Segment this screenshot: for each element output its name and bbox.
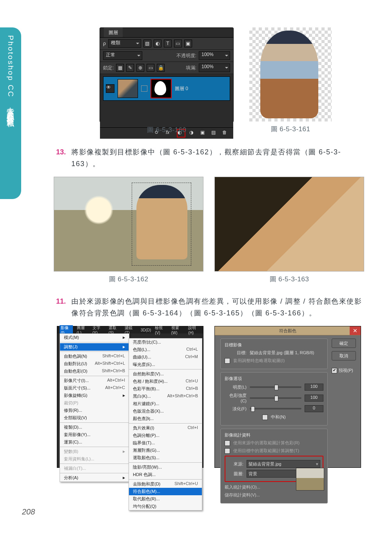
image-menu-item[interactable]: 運算(C)... [60, 438, 129, 446]
image-menu-item[interactable]: 自動色彩(O)Shift+Ctrl+B [60, 368, 129, 375]
adjust-submenu-item[interactable]: 顏色查詢... [129, 415, 202, 422]
lock-position-icon[interactable]: ⊕ [136, 64, 144, 72]
adjust-submenu-item[interactable]: 臨界值(T)... [129, 439, 202, 447]
figure-163-zoom: 圖 6-5-3-163 [214, 177, 364, 284]
image-menu-main[interactable]: 模式(M)調整(J)自動色調(N)Shift+Ctrl+L自動對比(U)Alt+… [60, 333, 129, 482]
image-menu-item[interactable]: 影像尺寸(I)...Alt+Ctrl+I [60, 377, 129, 384]
luminance-value[interactable]: 100 [305, 384, 323, 391]
image-menu-item: 裁切(P) [60, 399, 129, 407]
lock-all-icon[interactable]: 🔒 [157, 64, 165, 72]
image-menu-item: 套用資料集(L)... [60, 455, 129, 463]
save-stats-button[interactable]: 儲存統計資料(V)... [225, 492, 260, 498]
lock-artboard-icon[interactable]: ▭ [147, 64, 154, 72]
layer-item-0[interactable]: 👁 圖層 0 [103, 76, 230, 101]
adjust-submenu-item[interactable]: 去除飽和度(D)Shift+Ctrl+U [129, 480, 202, 488]
adjust-submenu-item[interactable]: 取代顏色(R)... [129, 495, 202, 503]
adjust-submenu-item[interactable]: HDR 色調... [129, 471, 202, 478]
image-menu-item: 變數(B) [60, 448, 129, 455]
image-menu-item[interactable]: 套用影像(Y)... [60, 431, 129, 438]
neutralize-label: 中和(N) [271, 414, 285, 420]
filter-pixel-icon[interactable]: ▧ [143, 40, 151, 47]
adjust-submenu-item[interactable]: 色調分離(P)... [129, 432, 202, 439]
image-menu-item[interactable]: 自動對比(U)Alt+Shift+Ctrl+L [60, 360, 129, 368]
image-menu-item[interactable]: 修剪(R)... [60, 407, 129, 414]
adjust-submenu-item[interactable]: 色相 / 飽和度(H)...Ctrl+U [129, 378, 202, 385]
lock-transparent-icon[interactable]: ▦ [116, 64, 124, 72]
stats-preview-thumbnail [296, 468, 324, 491]
filter-rho-icon: ρ [103, 41, 106, 46]
adjust-submenu-item[interactable]: 自然飽和度(V)... [129, 370, 202, 378]
image-menu-item[interactable]: 影像旋轉(G) [60, 392, 129, 399]
image-menu-item[interactable]: 全部顯現(V) [60, 414, 129, 422]
adjust-submenu-item[interactable]: 陰影/亮部(W)... [129, 464, 202, 471]
neutralize-checkbox[interactable] [262, 415, 268, 420]
dialog-close-button[interactable]: ✕ [350, 326, 361, 335]
image-menu-item[interactable]: 模式(M) [60, 334, 129, 341]
blend-mode-select[interactable]: 正常 [103, 51, 142, 60]
image-menu-item[interactable]: 調整(J) [60, 343, 129, 351]
adjust-submenu-item[interactable]: 符合顏色(M)... [129, 488, 202, 495]
fade-value[interactable]: 0 [305, 405, 323, 412]
menubar-item[interactable]: 3D(D) [141, 328, 151, 332]
adjust-submenu-item[interactable]: 均勻分配(Q) [129, 503, 202, 510]
source-dropdown[interactable]: 髮絲去背背景.jpg [247, 460, 320, 468]
delete-layer-icon[interactable]: 🗑 [222, 130, 229, 137]
intensity-slider[interactable] [250, 397, 301, 399]
layer-mask-thumb[interactable] [151, 79, 172, 98]
menubar-item[interactable]: 說明(H) [188, 325, 201, 335]
adjust-submenu-item[interactable]: 漸層對應(G)... [129, 447, 202, 454]
cutout-thumbnail [249, 27, 332, 121]
step-number-13: 13. [55, 146, 66, 170]
layer-visibility-toggle[interactable]: 👁 [106, 84, 114, 93]
adjust-submenu-item[interactable]: 黑白(K)...Alt+Shift+Ctrl+B [129, 393, 202, 400]
image-menu-item[interactable]: 自動色調(N)Shift+Ctrl+L [60, 353, 129, 360]
filter-adjust-icon[interactable]: ◐ [154, 40, 162, 47]
person-silhouette [260, 31, 318, 118]
intensity-value[interactable]: 100 [305, 395, 323, 402]
adjust-submenu-item[interactable]: 曲線(U)...Ctrl+M [129, 353, 202, 361]
layer-kind-filter[interactable]: 種類 [108, 39, 141, 48]
preview-checkbox[interactable] [332, 368, 337, 373]
new-layer-icon[interactable]: ▤ [211, 130, 218, 137]
image-adjust-submenu[interactable]: 亮度/對比(C)...色階(L)...Ctrl+L曲線(U)...Ctrl+M曝… [129, 338, 202, 511]
dialog-title: 符合顏色 [279, 328, 296, 334]
intensity-label: 色彩強度(C) [225, 393, 247, 403]
cancel-button[interactable]: 取消 [332, 351, 356, 360]
image-menu-item[interactable]: 複製(D)... [60, 424, 129, 431]
menubar-item[interactable]: 視窗(W) [171, 325, 185, 335]
opacity-value[interactable]: 100% [199, 51, 230, 60]
layer-link-icon[interactable] [141, 85, 147, 92]
image-menu-item[interactable]: 分析(A) [60, 474, 129, 482]
new-group-icon[interactable]: ▣ [200, 130, 207, 137]
adjust-submenu-item[interactable]: 選取顏色(S)... [129, 454, 202, 462]
adjust-submenu-item[interactable]: 負片效果(I)Ctrl+I [129, 424, 202, 432]
adjust-submenu-item[interactable]: 色階(L)...Ctrl+L [129, 346, 202, 353]
filter-shape-icon[interactable]: ▭ [174, 40, 182, 47]
lock-pixels-icon[interactable]: ✎ [126, 64, 134, 72]
layers-tab[interactable]: 圖層 [104, 28, 123, 37]
adjust-submenu-item[interactable]: 色版混合器(X)... [129, 407, 202, 415]
menubar-item[interactable]: 檢視(V) [155, 325, 167, 335]
filter-smart-icon[interactable]: ▣ [184, 40, 192, 47]
adjust-submenu-item[interactable]: 色彩平衡(B)...Ctrl+B [129, 385, 202, 393]
image-menu-item[interactable]: 版面尺寸(S)...Alt+Ctrl+C [60, 384, 129, 392]
step-text-13: 將影像複製到目標影像中（圖 6-5-3-162），觀察細節去背是否得當（圖 6-… [71, 146, 364, 170]
ignore-selection-checkbox [225, 358, 230, 364]
fade-slider[interactable] [250, 408, 301, 409]
luminance-slider[interactable] [250, 386, 301, 388]
layer-name[interactable]: 圖層 0 [175, 85, 188, 92]
filter-type-icon[interactable]: T [164, 40, 172, 47]
target-group-title: 目標影像 [225, 342, 323, 348]
adjustment-layer-icon[interactable]: ◑ [189, 130, 196, 137]
ok-button[interactable]: 確定 [332, 339, 356, 348]
fill-value[interactable]: 100% [199, 63, 230, 72]
layer-thumb[interactable] [118, 79, 138, 98]
adjust-submenu-item[interactable]: 曝光度(E)... [129, 361, 202, 368]
photoshop-image-menu: 影像(I)圖層(L)文字(Y)選取(S)濾鏡(T)3D(D)檢視(V)視窗(W)… [57, 326, 203, 468]
load-stats-button[interactable]: 載入統計資料(O)... [225, 484, 260, 490]
chapter-side-title: Photoshop CC 去背達人的私房秘技不藏私 [5, 35, 16, 115]
use-target-selection-checkbox [225, 448, 230, 454]
adjust-submenu-item[interactable]: 亮度/對比(C)... [129, 339, 202, 346]
adjust-submenu-item[interactable]: 相片濾鏡(F)... [129, 400, 202, 407]
figure-caption-162: 圖 6-5-3-162 [54, 275, 203, 284]
